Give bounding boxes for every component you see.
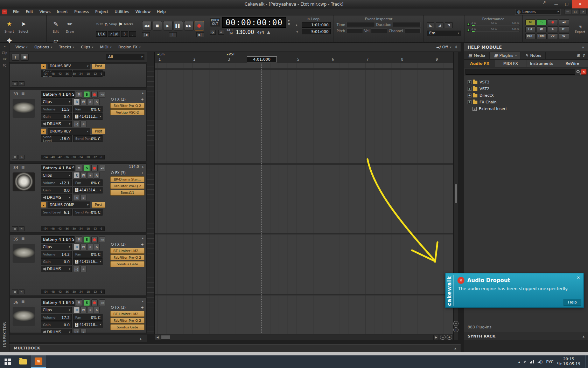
lenses-dropdown[interactable]: ◎ Lenses ▾	[515, 9, 561, 15]
clips-dropdown[interactable]: Clips▾	[41, 307, 72, 313]
tray-volume-icon[interactable]: ◄))	[537, 360, 543, 364]
send-destination[interactable]: DRUMS REV▾	[48, 64, 90, 69]
dim-button[interactable]: DIM	[537, 33, 547, 39]
tv-menu-view[interactable]: View▾	[12, 44, 30, 50]
phase-button[interactable]: ⌀	[80, 329, 86, 333]
solo-button[interactable]: S	[84, 236, 90, 243]
waveform-preview-button[interactable]: |◁	[73, 266, 79, 272]
bus-dropdown[interactable]: DRUMS▾	[41, 121, 72, 127]
freeze-button[interactable]: ✳	[87, 307, 93, 313]
reset-button[interactable]: ↯	[548, 26, 558, 32]
now-time-cursor[interactable]	[261, 63, 262, 334]
toast-close-icon[interactable]: ✕	[577, 275, 580, 280]
expand-multidock-icon[interactable]: ▴	[454, 346, 456, 350]
menu-help[interactable]: Help	[154, 9, 169, 15]
bus-dropdown[interactable]: DRUMS▾	[41, 329, 72, 333]
clips-area[interactable]: ▸Em ▸VST 1 2 3 4 5 6 7 8 9 4:01:000 ◀ ▶ …	[155, 52, 453, 340]
tab-media[interactable]: ▤Media	[464, 52, 490, 59]
close-button[interactable]: ✕	[572, 0, 588, 8]
add-fx-icon[interactable]: +	[141, 97, 144, 101]
fx-power-icon[interactable]	[111, 98, 114, 101]
pan-field[interactable]: Pan0% C	[73, 179, 103, 186]
marker-tool-icon-1[interactable]: ◣	[427, 22, 434, 28]
stop-button[interactable]: ■	[153, 21, 162, 30]
freeze-button[interactable]: ✳	[87, 172, 93, 179]
send-pan-field[interactable]: Send Pan0% C	[73, 135, 103, 142]
tv-menu-midi[interactable]: MIDI▾	[97, 44, 114, 50]
subtab-rewire[interactable]: ReWire	[557, 60, 588, 67]
record-arm-button[interactable]	[91, 91, 98, 98]
send-post-button[interactable]: Post	[92, 202, 105, 208]
phase-button[interactable]: ⌀	[80, 266, 86, 272]
pause-button[interactable]: ▌▌	[174, 21, 183, 30]
read-automation-button[interactable]: R	[74, 98, 80, 105]
archive-button[interactable]: A	[94, 307, 100, 313]
pdc-button[interactable]: PDC	[525, 33, 536, 39]
volume-field[interactable]: Volume-17.2	[41, 314, 72, 321]
vst-marker[interactable]: ▸VST	[227, 53, 235, 56]
track-automation-icon[interactable]: ∿	[19, 289, 24, 294]
restore-button[interactable]: ▢	[561, 0, 572, 8]
tv-menu-tracks[interactable]: Tracks▾	[56, 44, 77, 50]
track-collapse-icon[interactable]: ▴	[142, 299, 144, 303]
menu-process[interactable]: Process	[71, 9, 92, 15]
tray-pen-icon[interactable]: ✐	[524, 360, 526, 364]
record-arm-button[interactable]	[91, 165, 98, 171]
waveform-preview-button[interactable]: |◁	[73, 121, 79, 127]
goto-end-button[interactable]: ▶|	[196, 32, 204, 37]
track-lanes-icon[interactable]: ≣	[12, 155, 18, 159]
expand-icon[interactable]: +	[468, 80, 471, 84]
tray-expand-icon[interactable]: ▴	[518, 360, 520, 363]
menu-insert[interactable]: Insert	[54, 9, 71, 15]
pan-field[interactable]: Pan0% C	[73, 106, 103, 113]
solo-button[interactable]: S	[84, 299, 90, 306]
layout-icon[interactable]: ⊞	[577, 53, 580, 58]
fx-global-button[interactable]: FX	[525, 26, 536, 32]
track-collapse-icon[interactable]: ▴	[142, 91, 144, 95]
offset-icon[interactable]: ✛	[218, 30, 224, 35]
multidock-bar[interactable]: MULTIDOCK▴	[9, 344, 461, 352]
fx-bin-header[interactable]: FX (3)+	[110, 305, 145, 310]
marker-tool-icon-3[interactable]: ◥	[445, 22, 453, 28]
write-automation-button[interactable]: W	[80, 244, 86, 250]
record-arm-button[interactable]	[91, 299, 98, 306]
archive-button[interactable]: A	[94, 172, 100, 179]
menu-project[interactable]: Project	[92, 9, 112, 15]
fast-forward-button[interactable]: ▶▶	[184, 21, 194, 30]
write-automation-button[interactable]: W	[80, 98, 86, 105]
track-collapse-icon[interactable]: ▴	[142, 165, 144, 168]
tempo-display[interactable]: 130.00	[236, 29, 254, 35]
send-destination[interactable]: DRUMS REV▾	[48, 128, 90, 135]
volume-field[interactable]: Volume-12.1	[41, 179, 72, 186]
archive-button[interactable]: A	[94, 98, 100, 105]
track-name[interactable]: Battery 4 1 B4 St	[41, 91, 75, 98]
input-echo-button[interactable]: ◄))	[99, 299, 105, 306]
snap-count-value[interactable]: 3	[121, 31, 128, 37]
child-restore-button[interactable]: ▢	[572, 9, 579, 14]
collapse-browser-icon[interactable]: »	[582, 45, 584, 50]
time-mode-buttons[interactable]: ▶●	[288, 19, 290, 26]
subtab-audio-fx[interactable]: Audio FX	[464, 60, 495, 67]
tree-item-external-insert[interactable]: ▫External Insert	[468, 105, 588, 112]
send-post-button[interactable]: Post	[92, 128, 105, 134]
fx-power-icon[interactable]	[111, 243, 114, 246]
record-arm-button[interactable]	[91, 236, 98, 243]
send-post-button[interactable]: Post	[92, 64, 105, 69]
horizontal-scroll-thumb[interactable]	[161, 335, 170, 340]
expand-synth-rack-icon[interactable]: ▴	[582, 334, 584, 339]
send-pan-field[interactable]: Send Pan0% C	[73, 209, 103, 216]
event-channel-field[interactable]	[405, 28, 421, 33]
synth-rack-bar[interactable]: SYNTH RACK▴	[464, 332, 588, 340]
event-pitch-field[interactable]	[346, 28, 363, 33]
meter-display[interactable]: 4/4	[257, 30, 264, 35]
taskbar-file-explorer[interactable]	[15, 355, 31, 368]
menu-edit[interactable]: Edit	[22, 9, 36, 15]
start-button[interactable]	[0, 355, 15, 368]
expand-icon[interactable]: +	[468, 94, 471, 97]
fx-plugin-item[interactable]: Sonitus Gate	[110, 324, 145, 330]
draw-tool-button[interactable]: ✏Draw	[64, 18, 76, 33]
tray-language[interactable]: РУС	[546, 360, 554, 364]
tab-notes[interactable]: ✎Notes	[521, 52, 546, 59]
fx-bin-header[interactable]: FX (3)+	[110, 170, 145, 176]
global-mute-button[interactable]: M	[525, 19, 536, 25]
